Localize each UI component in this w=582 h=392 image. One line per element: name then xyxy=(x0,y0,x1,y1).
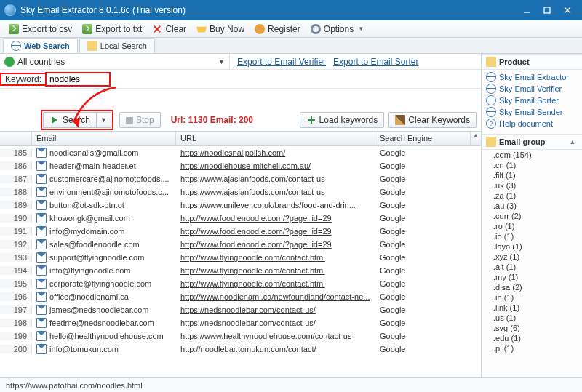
cell-url[interactable]: https://noodlehouse-mitchell.com.au/ xyxy=(176,161,375,170)
table-row[interactable]: 187customercare@ajinomotofoods....https:… xyxy=(0,172,481,185)
cell-url[interactable]: http://www.foodlenoodle.com/?page_id=29 xyxy=(176,227,375,236)
cell-url[interactable]: https://noodlesnailpolish.com/ xyxy=(176,148,375,157)
table-row[interactable]: 191info@mydomain.comhttp://www.foodlenoo… xyxy=(0,225,481,238)
cell-email: sales@foodlenoodle.com xyxy=(32,239,176,249)
maximize-button[interactable] xyxy=(537,3,557,17)
mail-icon xyxy=(36,318,47,328)
cell-url[interactable]: http://www.flyingnoodle.com/contact.html xyxy=(176,266,375,275)
table-row[interactable]: 195corporate@flyingnoodle.comhttp://www.… xyxy=(0,277,481,290)
globe-icon xyxy=(11,41,21,51)
email-group-item[interactable]: .io (1) xyxy=(482,231,582,241)
window-titlebar: Sky Email Extractor 8.0.1.6c (Trial vers… xyxy=(0,0,582,20)
email-group-item[interactable]: .com (154) xyxy=(482,150,582,160)
export-verifier-link[interactable]: Export to Email Verifier xyxy=(237,57,326,67)
export-csv-button[interactable]: Export to csv xyxy=(4,23,76,36)
cell-url[interactable]: https://www.healthynoodlehouse.com/conta… xyxy=(176,332,375,340)
email-group-list[interactable]: .com (154).cn (1).filt (1).uk (3).za (1)… xyxy=(482,150,582,377)
email-group-item[interactable]: .ro (1) xyxy=(482,221,582,231)
email-group-item[interactable]: .filt (1) xyxy=(482,170,582,180)
email-group-item[interactable]: .my (1) xyxy=(482,272,582,282)
cell-url[interactable]: http://www.flyingnoodle.com/contact.html xyxy=(176,279,375,288)
table-row[interactable]: 196office@noodlenami.cahttp://www.noodle… xyxy=(0,290,481,303)
table-row[interactable]: 199hello@healthynoodlehouse.comhttps://w… xyxy=(0,329,481,343)
table-row[interactable]: 194info@flyingnoodle.comhttp://www.flyin… xyxy=(0,264,481,277)
close-button[interactable] xyxy=(557,3,578,17)
cell-url[interactable]: http://www.foodlenoodle.com/?page_id=29 xyxy=(176,240,375,249)
table-row[interactable]: 197james@nedsnoodlebar.comhttps://nedsno… xyxy=(0,303,481,316)
table-row[interactable]: 198feedme@nedsnoodlebar.comhttps://nedsn… xyxy=(0,316,481,329)
search-button[interactable]: Search xyxy=(43,112,96,128)
buy-now-button[interactable]: Buy Now xyxy=(192,23,249,36)
product-item[interactable]: Sky Email Sorter xyxy=(486,95,582,106)
cell-url[interactable]: http://www.flyingnoodle.com/contact.html xyxy=(176,253,375,262)
options-button[interactable]: Options▼ xyxy=(306,23,368,36)
plus-icon xyxy=(306,115,316,125)
email-group-item[interactable]: .edu (1) xyxy=(482,333,582,343)
email-group-item[interactable]: .au (3) xyxy=(482,201,582,211)
email-group-item[interactable]: .uk (3) xyxy=(482,180,582,191)
minimize-button[interactable] xyxy=(517,3,537,17)
cell-url[interactable]: https://www.ajasianfoods.com/contact-us xyxy=(176,188,375,196)
scroll-up-button[interactable]: ▲ xyxy=(471,132,481,145)
keyword-input[interactable] xyxy=(47,73,109,85)
load-keywords-button[interactable]: Load keywords xyxy=(300,112,385,128)
export-sorter-link[interactable]: Export to Email Sorter xyxy=(333,57,418,67)
pin-icon xyxy=(4,57,15,67)
row-number: 196 xyxy=(0,292,32,301)
export-txt-button[interactable]: Export to txt xyxy=(78,23,146,36)
gear-icon xyxy=(311,24,321,34)
clear-button[interactable]: Clear xyxy=(148,23,191,36)
cell-search-engine: Google xyxy=(375,161,481,170)
cell-email: info@mydomain.com xyxy=(32,226,176,236)
scroll-up-button[interactable]: ▲ xyxy=(567,138,578,145)
email-group-item[interactable]: .xyz (1) xyxy=(482,252,582,262)
tab-web-search[interactable]: Web Search xyxy=(3,38,78,53)
keyword-input-rest[interactable] xyxy=(111,73,476,86)
table-row[interactable]: 185noodlesnails@gmail.comhttps://noodles… xyxy=(0,146,481,159)
cell-url[interactable]: http://www.foodlenoodle.com/?page_id=29 xyxy=(176,214,375,223)
results-body[interactable]: 185noodlesnails@gmail.comhttps://noodles… xyxy=(0,146,481,377)
search-dropdown-button[interactable]: ▼ xyxy=(96,112,111,128)
table-row[interactable]: 190khowongk@gmail.comhttp://www.foodleno… xyxy=(0,212,481,225)
cell-url[interactable]: https://www.ajasianfoods.com/contact-us xyxy=(176,175,375,183)
column-email[interactable]: Email xyxy=(32,132,176,145)
table-row[interactable]: 188environment@ajinomotofoods.c...https:… xyxy=(0,185,481,199)
column-search-engine[interactable]: Search Engine xyxy=(375,132,471,145)
stop-button[interactable]: Stop xyxy=(119,112,161,128)
email-group-item[interactable]: .svg (6) xyxy=(482,323,582,333)
table-row[interactable]: 186header@main-header.ethttps://noodleho… xyxy=(0,159,481,172)
cell-url[interactable]: https://nedsnoodlebar.com/contact-us/ xyxy=(176,305,375,314)
cell-url[interactable]: http://noodlebar.tomukun.com/contact/ xyxy=(176,345,375,353)
cell-url[interactable]: http://www.noodlenami.ca/newfoundland/co… xyxy=(176,292,375,301)
tab-local-search[interactable]: Local Search xyxy=(79,38,155,53)
email-group-item[interactable]: .za (1) xyxy=(482,191,582,201)
row-number: 187 xyxy=(0,175,32,183)
table-row[interactable]: 192sales@foodlenoodle.comhttp://www.food… xyxy=(0,238,481,251)
email-group-item[interactable]: .layo (1) xyxy=(482,241,582,252)
email-group-item[interactable]: .disa (2) xyxy=(482,282,582,292)
mail-icon xyxy=(36,265,47,276)
column-url[interactable]: URL xyxy=(176,132,375,145)
email-group-item[interactable]: .link (1) xyxy=(482,303,582,313)
register-button[interactable]: Register xyxy=(250,23,305,36)
cell-url[interactable]: https://www.unilever.co.uk/brands/food-a… xyxy=(176,201,375,209)
email-group-panel-title: Email group▲ xyxy=(482,134,582,150)
table-row[interactable]: 193support@flyingnoodle.comhttp://www.fl… xyxy=(0,251,481,264)
table-row[interactable]: 200info@tomukun.comhttp://noodlebar.tomu… xyxy=(0,343,481,356)
product-item[interactable]: Sky Email Verifier xyxy=(486,83,582,95)
email-group-item[interactable]: .alt (1) xyxy=(482,262,582,272)
cell-url[interactable]: https://nedsnoodlebar.com/contact-us/ xyxy=(176,319,375,327)
table-row[interactable]: 189button@ot-sdk-btn.othttps://www.unile… xyxy=(0,199,481,212)
product-item[interactable]: ?Help document xyxy=(486,118,582,129)
email-group-item[interactable]: .pl (1) xyxy=(482,343,582,353)
clear-keywords-button[interactable]: Clear Keywords xyxy=(388,112,477,128)
email-group-item[interactable]: .curr (2) xyxy=(482,211,582,221)
product-item[interactable]: Sky Email Extractor xyxy=(486,71,582,83)
product-item[interactable]: Sky Email Sender xyxy=(486,106,582,118)
row-number: 190 xyxy=(0,214,32,223)
email-group-item[interactable]: .cn (1) xyxy=(482,160,582,170)
country-dropdown[interactable]: All countries ▼ xyxy=(0,54,230,69)
email-group-item[interactable]: .in (1) xyxy=(482,292,582,303)
column-rownum[interactable] xyxy=(0,132,32,145)
email-group-item[interactable]: .us (1) xyxy=(482,313,582,323)
